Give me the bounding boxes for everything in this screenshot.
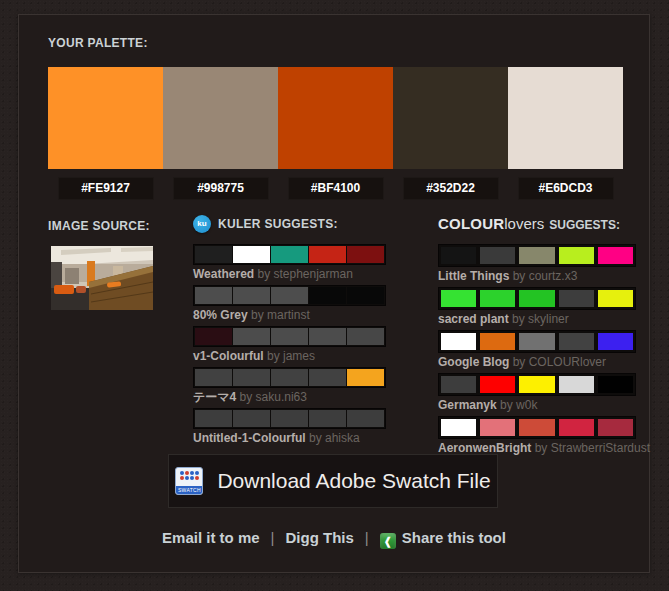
suggestion-color-swatch: [195, 410, 232, 427]
suggestion-color-swatch: [347, 328, 384, 345]
suggestion-byline: by martinst: [248, 308, 310, 322]
palette-suggestion: 80% Grey by martinst: [193, 285, 386, 322]
suggestion-color-swatch: [480, 376, 515, 393]
suggestion-color-swatch: [347, 246, 384, 263]
palette-swatch: [508, 67, 623, 169]
suggestion-color-swatch: [519, 376, 554, 393]
kuler-icon: ku: [193, 215, 211, 233]
palette-hex-label: #E6DCD3: [518, 177, 614, 200]
colourlovers-suggestions-list: Little Things by courtz.x3sacred plant b…: [438, 244, 636, 459]
suggestion-color-swatch: [559, 376, 594, 393]
colourlovers-brand-light: lovers: [504, 215, 544, 232]
suggestion-color-swatch: [309, 369, 346, 386]
suggestion-color-swatch: [195, 246, 232, 263]
palette-suggestion: Google Blog by COLOURlover: [438, 330, 636, 369]
suggestion-swatch-strip[interactable]: [193, 367, 386, 388]
email-link[interactable]: Email it to me: [162, 529, 260, 546]
suggestion-name: Google Blog: [438, 355, 509, 369]
palette-hex-label: #352D22: [403, 177, 499, 200]
colourlovers-header: COLOURloversSUGGESTS:: [438, 215, 620, 233]
suggestion-label: Germanyk by w0k: [438, 398, 636, 412]
suggestion-label: AeronwenBright by StrawberriStardust: [438, 441, 636, 455]
swatch-file-icon-caption: SWATCH: [176, 486, 202, 494]
image-source-heading: IMAGE SOURCE:: [48, 219, 150, 233]
palette-hex-cell: #352D22: [393, 177, 508, 200]
suggestion-color-swatch: [195, 369, 232, 386]
suggestion-color-swatch: [559, 247, 594, 264]
footer-links: Email it to me|Digg This|❰Share this too…: [19, 529, 649, 549]
suggestion-color-swatch: [233, 328, 270, 345]
suggestion-color-swatch: [559, 290, 594, 307]
suggestion-swatch-strip[interactable]: [438, 287, 636, 310]
palette-swatch: [163, 67, 278, 169]
palette-suggestion: テーマ4 by saku.ni63: [193, 367, 386, 404]
source-image-thumbnail: [51, 246, 153, 310]
suggestion-label: Google Blog by COLOURlover: [438, 355, 636, 369]
suggestion-color-swatch: [598, 290, 633, 307]
digg-link[interactable]: Digg This: [286, 529, 354, 546]
palette-suggestion: Germanyk by w0k: [438, 373, 636, 412]
suggestion-color-swatch: [441, 333, 476, 350]
suggestion-color-swatch: [441, 419, 476, 436]
suggestion-label: 80% Grey by martinst: [193, 308, 386, 322]
suggestion-name: Weathered: [193, 267, 254, 281]
suggestion-color-swatch: [598, 419, 633, 436]
suggestion-swatch-strip[interactable]: [438, 416, 636, 439]
suggestion-label: v1-Colourful by james: [193, 349, 386, 363]
suggestion-swatch-strip[interactable]: [193, 285, 386, 306]
suggestion-swatch-strip[interactable]: [438, 330, 636, 353]
suggestion-color-swatch: [519, 290, 554, 307]
kuler-heading: KULER SUGGESTS:: [218, 217, 338, 231]
suggestion-swatch-strip[interactable]: [193, 326, 386, 347]
suggestion-color-swatch: [271, 328, 308, 345]
suggestion-color-swatch: [271, 410, 308, 427]
suggestion-color-swatch: [233, 410, 270, 427]
suggestion-color-swatch: [480, 290, 515, 307]
suggestion-byline: by w0k: [497, 398, 538, 412]
palette-panel: YOUR PALETTE: #FE9127#998775#BF4100#352D…: [18, 14, 650, 573]
suggestion-color-swatch: [441, 376, 476, 393]
suggestion-color-swatch: [309, 246, 346, 263]
suggestion-swatch-strip[interactable]: [193, 408, 386, 429]
suggestion-color-swatch: [480, 247, 515, 264]
suggestion-byline: by courtz.x3: [509, 269, 577, 283]
suggestion-swatch-strip[interactable]: [438, 244, 636, 267]
palette-suggestion: AeronwenBright by StrawberriStardust: [438, 416, 636, 455]
footer-separator: |: [271, 529, 275, 546]
swatch-file-icon: SWATCH: [175, 467, 203, 495]
suggestion-name: テーマ4: [193, 390, 236, 404]
suggestion-color-swatch: [233, 246, 270, 263]
palette-suggestion: Little Things by courtz.x3: [438, 244, 636, 283]
suggestion-name: AeronwenBright: [438, 441, 531, 455]
download-swatch-button[interactable]: SWATCH Download Adobe Swatch File: [168, 454, 498, 508]
palette-hex-label: #998775: [173, 177, 269, 200]
suggestion-label: Weathered by stephenjarman: [193, 267, 386, 281]
suggestion-byline: by saku.ni63: [236, 390, 307, 404]
suggestion-color-swatch: [195, 287, 232, 304]
suggestion-color-swatch: [441, 290, 476, 307]
suggestion-color-swatch: [441, 247, 476, 264]
suggestion-color-swatch: [195, 328, 232, 345]
palette-suggestion: Untitled-1-Colourful by ahiska: [193, 408, 386, 445]
suggestion-color-swatch: [519, 419, 554, 436]
suggestion-swatch-strip[interactable]: [193, 244, 386, 265]
palette-hex-row: #FE9127#998775#BF4100#352D22#E6DCD3: [48, 177, 623, 200]
suggestion-color-swatch: [598, 376, 633, 393]
suggestion-swatch-strip[interactable]: [438, 373, 636, 396]
palette-suggestion: Weathered by stephenjarman: [193, 244, 386, 281]
your-palette-heading: YOUR PALETTE:: [48, 36, 148, 50]
suggestion-color-swatch: [347, 410, 384, 427]
share-link[interactable]: Share this tool: [402, 529, 506, 546]
suggestion-color-swatch: [271, 246, 308, 263]
kuler-suggestions-list: Weathered by stephenjarman80% Grey by ma…: [193, 244, 386, 449]
suggestion-label: Untitled-1-Colourful by ahiska: [193, 431, 386, 445]
suggestion-color-swatch: [598, 333, 633, 350]
sharethis-icon[interactable]: ❰: [380, 533, 396, 549]
suggestion-name: Untitled-1-Colourful: [193, 431, 306, 445]
palette-hex-label: #FE9127: [58, 177, 154, 200]
suggestion-color-swatch: [519, 333, 554, 350]
suggestion-byline: by StrawberriStardust: [531, 441, 650, 455]
palette-hex-cell: #998775: [163, 177, 278, 200]
suggestion-color-swatch: [309, 328, 346, 345]
suggestion-label: sacred plant by skyliner: [438, 312, 636, 326]
